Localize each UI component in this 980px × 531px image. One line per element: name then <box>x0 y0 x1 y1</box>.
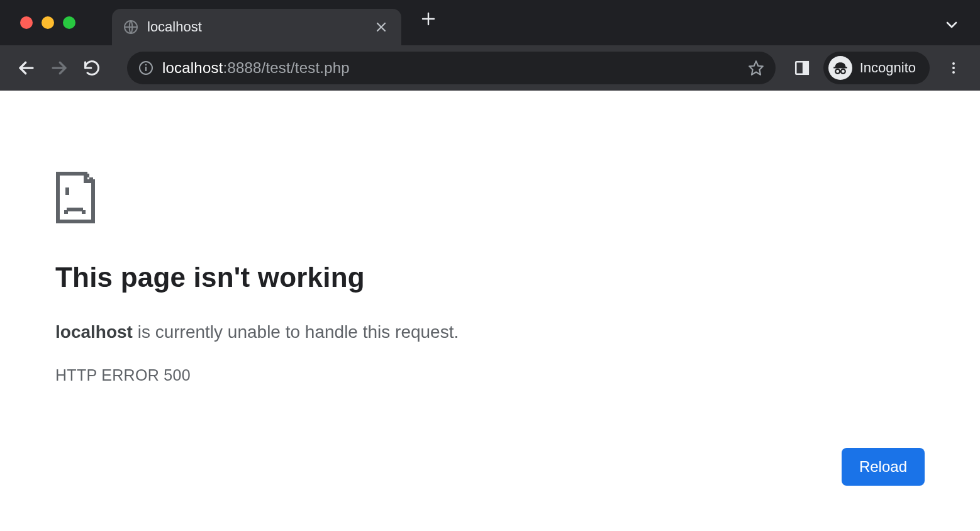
url-text: localhost:8888/test/test.php <box>162 59 743 77</box>
svg-point-16 <box>952 71 955 74</box>
tabs-dropdown-button[interactable] <box>945 18 959 31</box>
svg-rect-19 <box>65 187 69 195</box>
globe-icon <box>123 20 138 35</box>
page-content: This page isn't working localhost is cur… <box>0 91 980 531</box>
forward-button[interactable] <box>44 53 74 83</box>
url-path: :8888/test/test.php <box>223 59 350 76</box>
back-button[interactable] <box>11 53 42 83</box>
error-host: localhost <box>55 322 133 342</box>
svg-marker-8 <box>749 61 763 75</box>
reload-button[interactable] <box>77 53 107 83</box>
site-info-icon[interactable] <box>138 60 153 75</box>
svg-rect-18 <box>89 177 93 181</box>
svg-rect-22 <box>82 210 86 214</box>
incognito-indicator[interactable]: Incognito <box>823 52 930 84</box>
svg-point-7 <box>145 64 147 65</box>
error-interstitial: This page isn't working localhost is cur… <box>55 171 888 384</box>
window-minimize-button[interactable] <box>42 16 54 29</box>
side-panel-button[interactable] <box>787 53 817 83</box>
error-message: localhost is currently unable to handle … <box>55 322 888 342</box>
svg-rect-10 <box>803 62 808 74</box>
browser-tab[interactable]: localhost <box>112 9 401 45</box>
svg-point-13 <box>841 69 845 74</box>
chrome-menu-button[interactable] <box>938 53 969 83</box>
svg-point-14 <box>952 62 955 65</box>
url-host: localhost <box>162 59 223 76</box>
browser-toolbar: localhost:8888/test/test.php Incognito <box>0 45 980 91</box>
svg-rect-20 <box>67 208 83 211</box>
new-tab-button[interactable] <box>416 7 440 31</box>
bookmark-button[interactable] <box>743 55 769 81</box>
tab-bar: localhost <box>0 0 980 45</box>
error-message-rest: is currently unable to handle this reque… <box>133 322 459 342</box>
tab-title: localhost <box>147 19 372 35</box>
sad-file-icon <box>55 171 101 224</box>
svg-rect-11 <box>833 67 847 68</box>
reload-page-button[interactable]: Reload <box>842 448 925 486</box>
window-controls <box>20 16 75 29</box>
window-close-button[interactable] <box>20 16 33 29</box>
svg-rect-17 <box>86 174 89 177</box>
error-title: This page isn't working <box>55 262 888 293</box>
svg-rect-21 <box>64 210 68 214</box>
window-zoom-button[interactable] <box>63 16 75 29</box>
incognito-icon <box>828 56 852 80</box>
close-tab-button[interactable] <box>372 18 390 36</box>
incognito-label: Incognito <box>860 60 916 76</box>
svg-point-12 <box>835 69 840 74</box>
svg-point-15 <box>952 67 955 69</box>
error-code: HTTP ERROR 500 <box>55 366 888 384</box>
address-bar[interactable]: localhost:8888/test/test.php <box>127 52 776 84</box>
